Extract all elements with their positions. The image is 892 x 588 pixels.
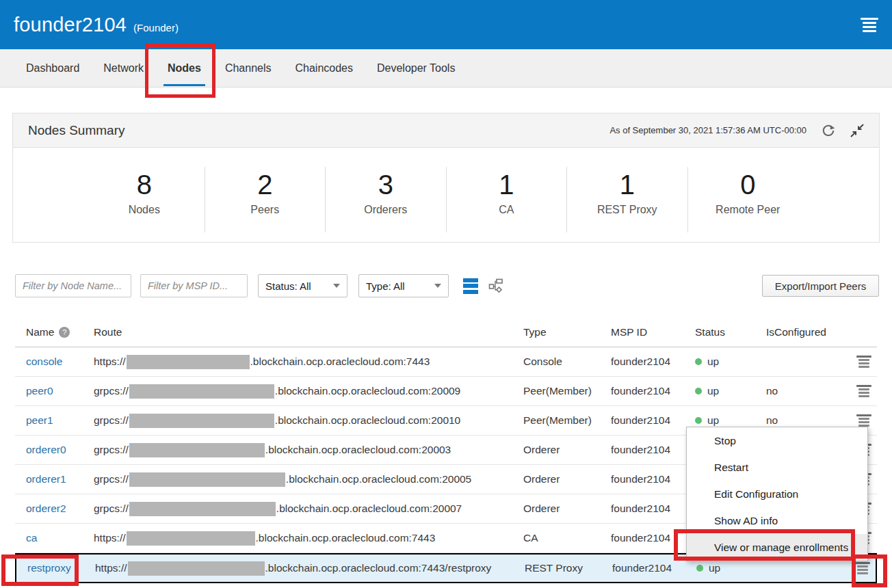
status-up-dot — [696, 565, 703, 572]
col-status: Status — [695, 326, 766, 338]
global-menu-icon[interactable] — [861, 18, 878, 32]
menu-item-edit-configuration[interactable]: Edit Configuration — [687, 481, 867, 507]
summary-stats: 8 Nodes 2 Peers 3 Orderers 1 CA 1 REST P… — [84, 167, 808, 232]
as-of-timestamp: As of September 30, 2021 1:57:36 AM UTC-… — [609, 125, 806, 135]
tab-network[interactable]: Network — [103, 49, 144, 88]
tab-nodes[interactable]: Nodes — [168, 49, 201, 88]
node-link-peer0[interactable]: peer0 — [26, 385, 53, 397]
stat-orderers: 3 Orderers — [326, 167, 447, 232]
table-header-row: Name ? Route Type MSP ID Status IsConfig… — [15, 318, 877, 347]
app-header: founder2104 (Founder) — [0, 0, 892, 49]
menu-item-show-ad-info[interactable]: Show AD info — [687, 507, 867, 534]
instance-title: founder2104 — [14, 14, 127, 36]
node-link-orderer2[interactable]: orderer2 — [26, 503, 66, 515]
col-isconfigured: IsConfigured — [766, 326, 843, 338]
route-cell: https://.blockchain.ocp.oraclecloud.com:… — [94, 355, 523, 369]
stat-peers: 2 Peers — [205, 167, 326, 232]
stat-nodes: 8 Nodes — [84, 167, 205, 232]
export-import-peers-button[interactable]: Export/Import Peers — [762, 275, 879, 297]
redaction-block — [127, 355, 250, 369]
col-name: Name — [26, 326, 54, 338]
nodes-summary-header: Nodes Summary As of September 30, 2021 1… — [13, 113, 879, 148]
route-cell: grpcs://.blockchain.ocp.oraclecloud.com:… — [94, 414, 523, 428]
redaction-block — [129, 414, 274, 428]
tab-channels[interactable]: Channels — [225, 49, 272, 88]
instance-role: (Founder) — [133, 22, 179, 34]
topology-view-icon[interactable] — [488, 278, 504, 294]
table-row-console: console https://.blockchain.ocp.oraclecl… — [15, 347, 877, 377]
node-link-peer1[interactable]: peer1 — [26, 414, 53, 427]
redaction-block — [128, 561, 265, 576]
refresh-icon[interactable] — [822, 124, 835, 137]
redaction-block — [127, 531, 255, 546]
node-link-orderer0[interactable]: orderer0 — [26, 444, 66, 456]
chevron-down-icon — [434, 284, 441, 288]
redaction-block — [129, 502, 276, 516]
nodes-summary-panel: Nodes Summary As of September 30, 2021 1… — [12, 113, 880, 243]
panel-title: Nodes Summary — [28, 123, 125, 138]
route-cell: grpcs://.blockchain.ocp.oraclecloud.com:… — [94, 443, 523, 457]
col-msp-id: MSP ID — [611, 326, 695, 338]
list-view-icon[interactable] — [463, 278, 478, 294]
status-up-dot — [695, 417, 702, 424]
status-up-dot — [695, 388, 702, 395]
redaction-block — [129, 384, 274, 399]
col-type: Type — [523, 326, 611, 338]
redaction-block — [129, 443, 265, 457]
node-link-console[interactable]: console — [26, 356, 62, 368]
route-cell: grpcs://.blockchain.ocp.oraclecloud.com:… — [94, 384, 523, 399]
tab-chaincodes[interactable]: Chaincodes — [295, 49, 353, 88]
stat-rest-proxy: 1 REST Proxy — [567, 167, 688, 232]
filter-msp-id-input[interactable] — [140, 274, 248, 297]
tab-dashboard[interactable]: Dashboard — [26, 49, 79, 88]
collapse-panel-icon[interactable] — [850, 124, 864, 137]
tab-developer-tools[interactable]: Developer Tools — [377, 49, 455, 88]
menu-item-stop[interactable]: Stop — [687, 427, 867, 454]
row-actions-menu-icon[interactable] — [856, 414, 871, 427]
node-link-restproxy[interactable]: restproxy — [27, 562, 71, 574]
route-cell: https://.blockchain.ocp.oraclecloud.com:… — [95, 561, 525, 576]
redaction-block — [129, 472, 285, 487]
help-icon[interactable]: ? — [59, 327, 70, 338]
tab-bar: Dashboard Network Nodes Channels Chainco… — [0, 49, 892, 88]
route-cell: grpcs://.blockchain.ocp.oraclecloud.com:… — [94, 502, 523, 516]
filter-node-name-input[interactable] — [15, 274, 131, 297]
row-actions-menu-icon[interactable] — [855, 562, 870, 574]
node-link-ca[interactable]: ca — [26, 532, 37, 544]
node-link-orderer1[interactable]: orderer1 — [26, 473, 66, 485]
status-filter-dropdown[interactable]: Status: All — [258, 274, 347, 297]
row-actions-menu-icon[interactable] — [856, 356, 871, 368]
menu-item-view-or-manage-enrollments[interactable]: View or manage enrollments — [687, 534, 867, 561]
menu-item-restart[interactable]: Restart — [687, 454, 867, 481]
route-cell: https://.blockchain.ocp.oraclecloud.com:… — [94, 531, 523, 546]
chevron-down-icon — [333, 284, 340, 288]
status-up-dot — [695, 358, 702, 365]
route-cell: grpcs://.blockchain.ocp.oraclecloud.com:… — [94, 472, 523, 487]
stat-ca: 1 CA — [447, 167, 568, 232]
row-actions-menu-icon[interactable] — [856, 385, 871, 397]
table-row-peer0: peer0 grpcs://.blockchain.ocp.oracleclou… — [15, 377, 877, 406]
type-filter-dropdown[interactable]: Type: All — [358, 274, 449, 297]
row-actions-context-menu: Stop Restart Edit Configuration Show AD … — [686, 427, 868, 561]
col-route: Route — [94, 326, 523, 338]
filter-toolbar: Status: All Type: All Export/Import Peer… — [15, 273, 879, 298]
stat-remote-peer: 0 Remote Peer — [688, 167, 809, 232]
